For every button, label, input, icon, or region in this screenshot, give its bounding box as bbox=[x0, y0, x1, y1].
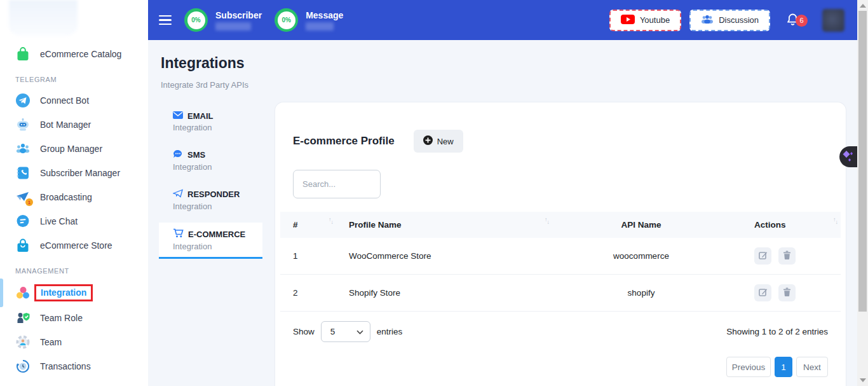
sidebar-item-label: Live Chat bbox=[40, 216, 78, 226]
ai-assistant-fab[interactable] bbox=[839, 146, 857, 167]
column-header-actions[interactable]: Actions ↑↓ bbox=[730, 212, 841, 238]
subscriber-label: Subscriber bbox=[215, 10, 262, 20]
youtube-button[interactable]: Youtube bbox=[609, 10, 681, 31]
paper-plane-icon: 1 bbox=[15, 190, 31, 205]
pagination: Previous 1 Next bbox=[275, 357, 828, 377]
sidebar-item-label: Group Manager bbox=[40, 144, 102, 154]
shopping-bag-icon bbox=[15, 46, 31, 62]
tab-subtitle: Integration bbox=[173, 123, 262, 132]
gear-person-icon bbox=[15, 334, 31, 350]
shield-person-icon bbox=[15, 310, 31, 326]
sidebar-item-group-manager[interactable]: Group Manager bbox=[0, 137, 148, 161]
show-label: Show bbox=[293, 327, 315, 336]
sidebar-item-label: eCommerce Store bbox=[40, 240, 112, 251]
entries-select-value: 5 bbox=[330, 327, 336, 336]
tab-sms-integration[interactable]: SMS Integration bbox=[159, 144, 262, 177]
column-header-api-name[interactable]: API Name bbox=[552, 212, 730, 238]
entries-label: entries bbox=[377, 327, 403, 336]
scrollbar-thumb[interactable] bbox=[858, 11, 867, 312]
message-count-blurred bbox=[306, 22, 334, 31]
cart-icon bbox=[173, 228, 184, 240]
pagination-next-button[interactable]: Next bbox=[796, 357, 828, 377]
showing-entries-text: Showing 1 to 2 of 2 entries bbox=[726, 327, 828, 336]
sidebar-section-management: MANAGEMENT bbox=[0, 258, 148, 280]
tab-email-integration[interactable]: EMAIL Integration bbox=[159, 106, 262, 138]
discussion-button[interactable]: Discussion bbox=[689, 10, 770, 31]
plus-circle-icon bbox=[423, 135, 433, 147]
profile-name-cell: Shopify Store bbox=[336, 275, 552, 312]
sidebar-item-label: Subscriber Manager bbox=[40, 168, 120, 178]
delete-button[interactable] bbox=[778, 247, 796, 265]
column-header-profile-name[interactable]: Profile Name ↑↓ bbox=[336, 212, 552, 238]
envelope-icon bbox=[173, 111, 183, 121]
sidebar-item-bot-manager[interactable]: Bot Manager bbox=[0, 113, 148, 137]
broadcasting-count-badge: 1 bbox=[25, 198, 33, 206]
search-input[interactable] bbox=[293, 170, 381, 198]
color-circles-icon bbox=[15, 286, 31, 301]
scrollbar-up-arrow-icon[interactable] bbox=[860, 4, 866, 8]
pagination-page-1-button[interactable]: 1 bbox=[775, 357, 792, 377]
edit-pencil-icon bbox=[759, 251, 768, 261]
new-button-label: New bbox=[437, 137, 454, 146]
hamburger-menu-icon[interactable] bbox=[159, 13, 172, 28]
sidebar-item-label: Team Role bbox=[40, 313, 83, 323]
sidebar-item-live-chat[interactable]: Live Chat bbox=[0, 209, 148, 233]
telegram-icon bbox=[15, 93, 31, 108]
message-progress-ring: 0% bbox=[275, 8, 298, 32]
message-progress-widget: 0% Message bbox=[275, 8, 343, 32]
subscriber-progress-widget: 0% Subscriber bbox=[184, 8, 262, 32]
page-title: Integrations bbox=[161, 55, 245, 72]
tab-subtitle: Integration bbox=[173, 202, 262, 211]
edit-pencil-icon bbox=[759, 287, 768, 298]
new-profile-button[interactable]: New bbox=[414, 130, 463, 153]
sidebar: eCommerce Catalog TELEGRAM Connect Bot B… bbox=[0, 0, 148, 386]
scrollbar-down-arrow-icon[interactable] bbox=[860, 378, 866, 382]
api-name-cell: shopify bbox=[552, 275, 730, 312]
discussion-users-icon bbox=[701, 15, 714, 25]
ecommerce-profile-card: E-commerce Profile New # ↑↓ Profile Name bbox=[275, 102, 846, 386]
tab-ecommerce-integration[interactable]: E-COMMERCE Integration bbox=[159, 223, 262, 259]
top-navbar: 0% Subscriber 0% Message Youtube Discuss… bbox=[148, 0, 857, 40]
robot-icon bbox=[15, 117, 31, 132]
sidebar-item-transactions[interactable]: Transactions bbox=[0, 354, 148, 378]
user-avatar[interactable] bbox=[822, 9, 844, 32]
app-logo-blurred bbox=[9, 0, 78, 36]
delete-button[interactable] bbox=[778, 284, 796, 301]
tab-title: E-COMMERCE bbox=[188, 230, 245, 239]
discussion-button-label: Discussion bbox=[719, 15, 759, 25]
table-row: 1 WooCommerce Store woocommerce bbox=[280, 238, 841, 275]
store-bag-icon bbox=[15, 238, 31, 253]
column-header-number[interactable]: # ↑↓ bbox=[280, 212, 336, 238]
sidebar-item-label: Connect Bot bbox=[40, 95, 89, 106]
tab-responder-integration[interactable]: RESPONDER Integration bbox=[159, 183, 262, 217]
pagination-previous-button[interactable]: Previous bbox=[726, 357, 771, 377]
sidebar-item-team-role[interactable]: Team Role bbox=[0, 306, 148, 330]
sidebar-item-subscriber-manager[interactable]: Subscriber Manager bbox=[0, 161, 148, 185]
profiles-table: # ↑↓ Profile Name ↑↓ API Name Actions ↑↓ bbox=[280, 212, 841, 312]
entries-per-page-select[interactable]: 5 bbox=[321, 321, 370, 342]
trash-icon bbox=[783, 251, 791, 261]
sidebar-item-ecommerce-store[interactable]: eCommerce Store bbox=[0, 233, 148, 258]
edit-button[interactable] bbox=[754, 247, 771, 265]
sidebar-section-telegram: TELEGRAM bbox=[0, 66, 148, 88]
sparkles-icon bbox=[842, 148, 855, 166]
sidebar-item-integration[interactable]: Integration bbox=[0, 280, 148, 306]
sms-bubble-icon bbox=[173, 149, 183, 160]
sidebar-item-connect-bot[interactable]: Connect Bot bbox=[0, 88, 148, 113]
page-subtitle: Integrate 3rd Party APIs bbox=[161, 80, 248, 90]
chat-bubble-icon bbox=[15, 214, 31, 229]
group-icon bbox=[15, 141, 31, 156]
notifications-bell[interactable]: 6 bbox=[785, 12, 802, 29]
integration-subnav: EMAIL Integration SMS Integration RESPON… bbox=[159, 106, 262, 265]
row-number: 2 bbox=[280, 275, 336, 312]
edit-button[interactable] bbox=[754, 284, 771, 301]
sidebar-item-ecommerce-catalog[interactable]: eCommerce Catalog bbox=[0, 42, 148, 66]
sidebar-item-team[interactable]: Team bbox=[0, 330, 148, 354]
sort-arrows-icon: ↑↓ bbox=[833, 217, 838, 224]
send-plane-icon bbox=[173, 189, 183, 200]
message-label: Message bbox=[306, 10, 343, 20]
vertical-scrollbar bbox=[857, 0, 868, 386]
active-item-indicator bbox=[0, 279, 3, 307]
row-number: 1 bbox=[280, 238, 336, 275]
sidebar-item-broadcasting[interactable]: 1 Broadcasting bbox=[0, 185, 148, 209]
